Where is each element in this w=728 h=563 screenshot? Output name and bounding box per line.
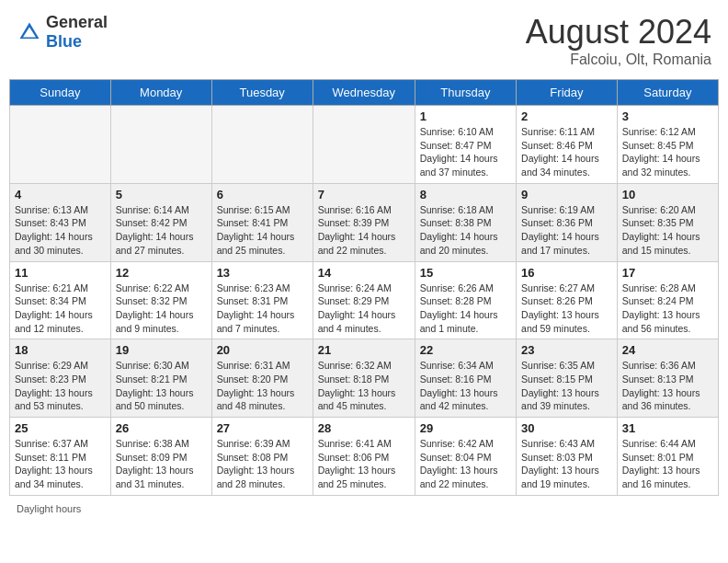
day-info: Sunrise: 6:41 AMSunset: 8:06 PMDaylight:… [318, 437, 410, 491]
calendar-cell: 2Sunrise: 6:11 AMSunset: 8:46 PMDaylight… [517, 106, 618, 184]
day-number: 3 [622, 109, 713, 123]
calendar-cell: 4Sunrise: 6:13 AMSunset: 8:43 PMDaylight… [10, 183, 111, 261]
day-number: 13 [217, 266, 308, 280]
day-info: Sunrise: 6:27 AMSunset: 8:26 PMDaylight:… [521, 282, 612, 336]
calendar-cell: 16Sunrise: 6:27 AMSunset: 8:26 PMDayligh… [517, 261, 618, 339]
day-info: Sunrise: 6:10 AMSunset: 8:47 PMDaylight:… [420, 125, 511, 179]
day-of-week-header: Saturday [617, 80, 718, 106]
day-number: 27 [217, 421, 308, 435]
day-info: Sunrise: 6:14 AMSunset: 8:42 PMDaylight:… [116, 203, 207, 258]
calendar-cell: 28Sunrise: 6:41 AMSunset: 8:06 PMDayligh… [313, 418, 415, 496]
calendar-cell: 25Sunrise: 6:37 AMSunset: 8:11 PMDayligh… [10, 418, 111, 496]
day-info: Sunrise: 6:42 AMSunset: 8:04 PMDaylight:… [420, 437, 511, 491]
day-info: Sunrise: 6:21 AMSunset: 8:34 PMDaylight:… [15, 282, 106, 336]
day-of-week-header: Monday [110, 80, 211, 106]
calendar-cell: 30Sunrise: 6:43 AMSunset: 8:03 PMDayligh… [517, 418, 618, 496]
day-number: 8 [420, 188, 511, 201]
day-number: 11 [15, 266, 106, 280]
calendar-week-row: 18Sunrise: 6:29 AMSunset: 8:23 PMDayligh… [10, 339, 719, 418]
location: Falcoiu, Olt, Romania [526, 52, 711, 68]
calendar-week-row: 1Sunrise: 6:10 AMSunset: 8:47 PMDaylight… [10, 106, 719, 184]
calendar-cell: 10Sunrise: 6:20 AMSunset: 8:35 PMDayligh… [617, 183, 718, 261]
day-info: Sunrise: 6:39 AMSunset: 8:08 PMDaylight:… [217, 437, 308, 491]
day-info: Sunrise: 6:20 AMSunset: 8:35 PMDaylight:… [622, 203, 713, 258]
calendar-cell: 24Sunrise: 6:36 AMSunset: 8:13 PMDayligh… [617, 339, 718, 418]
day-info: Sunrise: 6:22 AMSunset: 8:32 PMDaylight:… [116, 282, 207, 336]
calendar-cell: 22Sunrise: 6:34 AMSunset: 8:16 PMDayligh… [415, 339, 516, 418]
calendar-cell: 5Sunrise: 6:14 AMSunset: 8:42 PMDaylight… [110, 183, 211, 261]
page-header: General Blue August 2024 Falcoiu, Olt, R… [9, 9, 719, 72]
day-number: 1 [420, 109, 511, 123]
calendar-cell: 23Sunrise: 6:35 AMSunset: 8:15 PMDayligh… [517, 339, 618, 418]
calendar-cell: 12Sunrise: 6:22 AMSunset: 8:32 PMDayligh… [110, 261, 211, 339]
day-info: Sunrise: 6:26 AMSunset: 8:28 PMDaylight:… [420, 282, 511, 336]
title-block: August 2024 Falcoiu, Olt, Romania [526, 13, 711, 68]
day-number: 26 [116, 421, 207, 435]
day-number: 6 [217, 188, 308, 201]
day-info: Sunrise: 6:35 AMSunset: 8:15 PMDaylight:… [521, 359, 612, 413]
day-info: Sunrise: 6:12 AMSunset: 8:45 PMDaylight:… [622, 125, 713, 179]
day-number: 7 [318, 188, 410, 201]
day-number: 5 [116, 188, 207, 201]
logo-general: General [46, 13, 108, 31]
footer-text: Daylight hours [17, 503, 81, 514]
day-info: Sunrise: 6:23 AMSunset: 8:31 PMDaylight:… [217, 282, 308, 336]
calendar-cell: 26Sunrise: 6:38 AMSunset: 8:09 PMDayligh… [110, 418, 211, 496]
day-info: Sunrise: 6:13 AMSunset: 8:43 PMDaylight:… [15, 203, 106, 258]
day-number: 29 [420, 421, 511, 435]
logo-icon [17, 19, 42, 45]
calendar-cell: 31Sunrise: 6:44 AMSunset: 8:01 PMDayligh… [617, 418, 718, 496]
logo-blue: Blue [46, 32, 82, 51]
day-info: Sunrise: 6:30 AMSunset: 8:21 PMDaylight:… [116, 359, 207, 413]
day-number: 23 [521, 343, 612, 357]
calendar-week-row: 11Sunrise: 6:21 AMSunset: 8:34 PMDayligh… [10, 261, 719, 339]
day-number: 25 [15, 421, 106, 435]
logo-text: General Blue [46, 13, 108, 52]
day-number: 12 [116, 266, 207, 280]
calendar-cell [211, 106, 313, 184]
day-info: Sunrise: 6:29 AMSunset: 8:23 PMDaylight:… [15, 359, 106, 413]
day-number: 18 [15, 343, 106, 357]
day-info: Sunrise: 6:16 AMSunset: 8:39 PMDaylight:… [318, 203, 410, 258]
day-info: Sunrise: 6:38 AMSunset: 8:09 PMDaylight:… [116, 437, 207, 491]
calendar-cell [110, 106, 211, 184]
calendar-cell: 1Sunrise: 6:10 AMSunset: 8:47 PMDaylight… [415, 106, 516, 184]
calendar-cell: 9Sunrise: 6:19 AMSunset: 8:36 PMDaylight… [517, 183, 618, 261]
day-info: Sunrise: 6:44 AMSunset: 8:01 PMDaylight:… [622, 437, 713, 491]
calendar-cell: 7Sunrise: 6:16 AMSunset: 8:39 PMDaylight… [313, 183, 415, 261]
calendar-cell: 8Sunrise: 6:18 AMSunset: 8:38 PMDaylight… [415, 183, 516, 261]
calendar-cell: 13Sunrise: 6:23 AMSunset: 8:31 PMDayligh… [211, 261, 313, 339]
day-number: 21 [318, 343, 410, 357]
calendar-week-row: 25Sunrise: 6:37 AMSunset: 8:11 PMDayligh… [10, 418, 719, 496]
day-info: Sunrise: 6:15 AMSunset: 8:41 PMDaylight:… [217, 203, 308, 258]
calendar-cell [313, 106, 415, 184]
calendar-cell: 20Sunrise: 6:31 AMSunset: 8:20 PMDayligh… [211, 339, 313, 418]
calendar-cell: 18Sunrise: 6:29 AMSunset: 8:23 PMDayligh… [10, 339, 111, 418]
day-of-week-header: Wednesday [313, 80, 415, 106]
day-number: 20 [217, 343, 308, 357]
calendar-cell: 21Sunrise: 6:32 AMSunset: 8:18 PMDayligh… [313, 339, 415, 418]
day-info: Sunrise: 6:24 AMSunset: 8:29 PMDaylight:… [318, 282, 410, 336]
day-number: 2 [521, 109, 612, 123]
day-number: 4 [15, 188, 106, 201]
day-number: 17 [622, 266, 713, 280]
calendar-cell: 14Sunrise: 6:24 AMSunset: 8:29 PMDayligh… [313, 261, 415, 339]
calendar-cell: 17Sunrise: 6:28 AMSunset: 8:24 PMDayligh… [617, 261, 718, 339]
day-number: 24 [622, 343, 713, 357]
footer: Daylight hours [9, 501, 719, 516]
day-of-week-header: Sunday [10, 80, 111, 106]
day-number: 28 [318, 421, 410, 435]
day-number: 15 [420, 266, 511, 280]
day-info: Sunrise: 6:43 AMSunset: 8:03 PMDaylight:… [521, 437, 612, 491]
calendar-cell: 6Sunrise: 6:15 AMSunset: 8:41 PMDaylight… [211, 183, 313, 261]
day-info: Sunrise: 6:11 AMSunset: 8:46 PMDaylight:… [521, 125, 612, 179]
calendar-header-row: SundayMondayTuesdayWednesdayThursdayFrid… [10, 80, 719, 106]
day-number: 10 [622, 188, 713, 201]
day-number: 9 [521, 188, 612, 201]
calendar-cell: 19Sunrise: 6:30 AMSunset: 8:21 PMDayligh… [110, 339, 211, 418]
calendar-cell [10, 106, 111, 184]
day-info: Sunrise: 6:32 AMSunset: 8:18 PMDaylight:… [318, 359, 410, 413]
day-number: 22 [420, 343, 511, 357]
day-of-week-header: Friday [517, 80, 618, 106]
calendar-cell: 29Sunrise: 6:42 AMSunset: 8:04 PMDayligh… [415, 418, 516, 496]
